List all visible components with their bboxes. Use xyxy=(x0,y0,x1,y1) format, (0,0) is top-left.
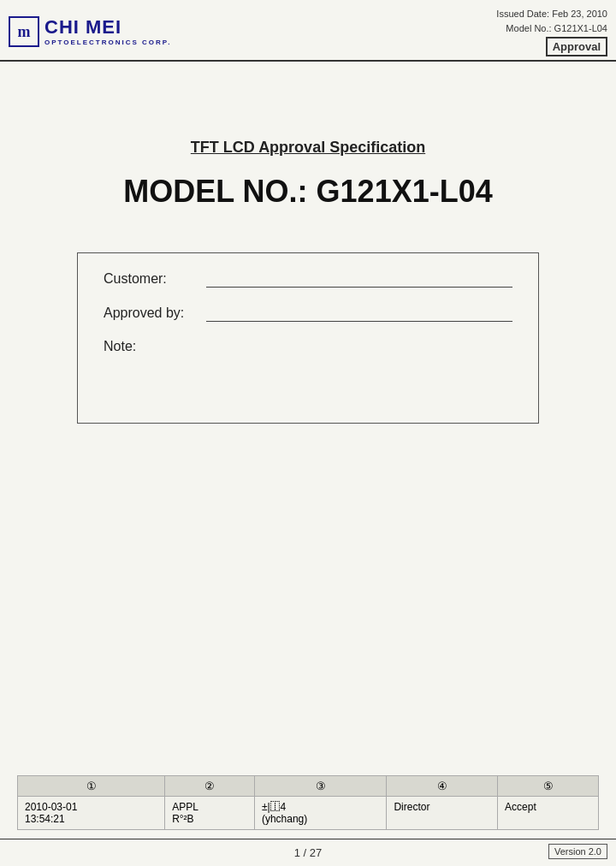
approved-by-line xyxy=(206,305,512,322)
info-box: Customer: Approved by: Note: xyxy=(77,252,539,424)
logo-chimei: CHI MEI xyxy=(44,17,171,38)
table-header-1: ① xyxy=(18,776,165,797)
customer-line xyxy=(206,270,512,288)
header-info: Issued Date: Feb 23, 2010 Model No.: G12… xyxy=(496,7,607,35)
customer-label: Customer: xyxy=(104,271,206,287)
approved-by-label: Approved by: xyxy=(104,305,206,321)
table-row: 2010-03-0113:54:21 APPLR°²B ±|⿰4(yhchang… xyxy=(18,797,599,830)
table-cell-director: Director xyxy=(387,797,498,830)
document-subtitle: TFT LCD Approval Specification xyxy=(191,139,425,157)
bottom-section: ① ② ③ ④ ⑤ 2010-03-0113:54:21 APPLR°²B ±|… xyxy=(0,775,616,830)
model-no: Model No.: G121X1-L04 xyxy=(496,21,607,36)
logo-m-icon: m xyxy=(18,23,31,41)
document-page: m CHI MEI OPTOELECTRONICS CORP. Issued D… xyxy=(0,0,616,866)
note-label: Note: xyxy=(104,339,136,354)
issued-date: Issued Date: Feb 23, 2010 xyxy=(496,7,607,21)
version-badge: Version 2.0 xyxy=(548,844,607,859)
table-cell-appl: APPLR°²B xyxy=(165,797,255,830)
table-header-5: ⑤ xyxy=(498,776,599,797)
logo-box: m xyxy=(9,16,39,47)
logo-area: m CHI MEI OPTOELECTRONICS CORP. xyxy=(9,7,171,56)
customer-row: Customer: xyxy=(104,270,512,288)
logo-sub: OPTOELECTRONICS CORP. xyxy=(44,39,171,46)
approval-table: ① ② ③ ④ ⑤ 2010-03-0113:54:21 APPLR°²B ±|… xyxy=(17,775,599,830)
table-cell-accept: Accept xyxy=(498,797,599,830)
table-header-3: ③ xyxy=(254,776,387,797)
page-header: m CHI MEI OPTOELECTRONICS CORP. Issued D… xyxy=(0,0,616,62)
table-cell-yhchang: ±|⿰4(yhchang) xyxy=(254,797,387,830)
table-header-2: ② xyxy=(165,776,255,797)
logo-text: CHI MEI OPTOELECTRONICS CORP. xyxy=(44,17,171,45)
table-header-4: ④ xyxy=(387,776,498,797)
table-cell-date: 2010-03-0113:54:21 xyxy=(18,797,165,830)
approval-badge: Approval xyxy=(546,37,607,56)
note-row: Note: xyxy=(104,339,512,354)
model-title: MODEL NO.: G121X1-L04 xyxy=(123,174,492,210)
header-right: Issued Date: Feb 23, 2010 Model No.: G12… xyxy=(496,7,607,56)
page-footer: 1 / 27 Version 2.0 xyxy=(0,839,616,866)
page-number: 1 / 27 xyxy=(294,846,323,859)
main-content: TFT LCD Approval Specification MODEL NO.… xyxy=(0,62,616,775)
approved-by-row: Approved by: xyxy=(104,305,512,322)
